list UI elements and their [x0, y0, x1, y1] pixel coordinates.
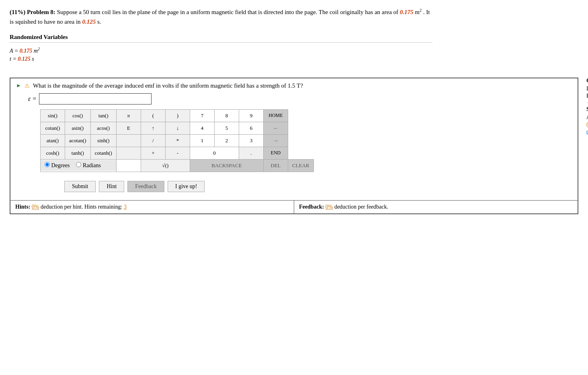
sinh-button[interactable]: sinh() — [91, 135, 116, 147]
hints-remaining: 3 — [124, 204, 127, 210]
submissions-title: Submissions — [586, 106, 588, 113]
potential-label: Potential — [586, 93, 588, 99]
cos-button[interactable]: cos() — [65, 110, 90, 122]
calc-row-4: cosh() tanh() cotanh() + - 0 . END — [41, 147, 314, 159]
variable-t: t = 0.125 s — [10, 56, 432, 62]
problem-description: Suppose a 50 turn coil lies in the plane… — [10, 9, 430, 25]
epsilon-row: ε = — [28, 93, 572, 105]
calc-table: sin() cos() tan() π ( ) 7 8 9 HOME — [40, 109, 314, 172]
feedback-text: deduction per feedback. — [334, 204, 388, 210]
radians-radio[interactable] — [76, 162, 81, 167]
var-t-unit: s — [32, 56, 34, 62]
grade-summary: Grade Summary Deductions 0% Potential 10… — [586, 78, 588, 135]
epsilon-label: ε = — [28, 95, 37, 102]
submissions-section: Submissions Attempts remaining: 8 (0% pe… — [586, 106, 588, 135]
deductions-label: Deductions — [586, 86, 588, 92]
action-buttons: Submit Hint Feedback I give up! — [64, 181, 572, 192]
radians-label[interactable]: Radians — [76, 162, 101, 169]
two-button[interactable]: 2 — [215, 135, 239, 147]
three-button[interactable]: 3 — [239, 135, 263, 147]
acotan-button[interactable]: acotan() — [65, 135, 90, 147]
acos-button[interactable]: acos() — [91, 122, 116, 134]
empty-2 — [117, 147, 141, 159]
per-attempt-text: (0% per attempt) — [586, 121, 588, 127]
zero-button[interactable]: 0 — [190, 147, 239, 159]
empty-1 — [117, 135, 141, 147]
left-arrow-button[interactable]: ← — [264, 122, 288, 134]
five-button[interactable]: 5 — [215, 122, 239, 134]
problem-header: (11%) Problem 8: Suppose a 50 turn coil … — [10, 7, 432, 27]
plus-button[interactable]: + — [141, 147, 165, 159]
up-arrow-button[interactable]: ↑ — [141, 122, 165, 134]
tan-button[interactable]: tan() — [91, 110, 116, 122]
hints-text: deduction per hint. Hints remaining: — [41, 204, 122, 210]
exp-button[interactable]: E — [117, 122, 141, 134]
degrees-radio[interactable] — [45, 162, 50, 167]
var-t-value: 0.125 — [18, 56, 31, 62]
per-attempt-line: (0% per attempt) — [586, 121, 588, 128]
asin-button[interactable]: asin() — [65, 122, 90, 134]
question-header: ► ⚠ What is the magnitude of the average… — [10, 78, 578, 93]
detailed-view-link[interactable]: detailed view — [586, 129, 588, 135]
nine-button[interactable]: 9 — [239, 110, 263, 122]
calc-row-2: cotan() asin() acos() E ↑ ↓ 4 5 6 ← — [41, 122, 314, 134]
hints-label: Hints: — [15, 204, 30, 210]
variable-A: A = 0.175 m2 — [10, 47, 432, 54]
calculator: sin() cos() tan() π ( ) 7 8 9 HOME — [40, 109, 572, 172]
warning-icon: ⚠ — [25, 82, 30, 89]
randomized-variables-section: Randomized Variables A = 0.175 m2 t = 0.… — [10, 34, 432, 62]
feedback-deduction: 0% — [326, 204, 333, 210]
home-button[interactable]: HOME — [264, 110, 288, 122]
end-button[interactable]: END — [264, 147, 288, 159]
atan-button[interactable]: atan() — [41, 135, 65, 147]
var-A-value: 0.175 — [20, 48, 33, 54]
right-arrow-button[interactable]: → — [264, 135, 288, 147]
give-up-button[interactable]: I give up! — [168, 181, 205, 192]
epsilon-input[interactable] — [39, 93, 152, 105]
var-t-label: t = — [10, 56, 16, 62]
minus-button[interactable]: - — [166, 147, 190, 159]
hint-button[interactable]: Hint — [99, 181, 124, 192]
degrees-label[interactable]: Degrees — [45, 162, 70, 169]
cosh-button[interactable]: cosh() — [41, 147, 65, 159]
feedback-column: Feedback: 0% deduction per feedback. — [294, 201, 578, 213]
one-button[interactable]: 1 — [190, 135, 214, 147]
tanh-button[interactable]: tanh() — [65, 147, 90, 159]
six-button[interactable]: 6 — [239, 122, 263, 134]
grade-summary-title: Grade Summary — [586, 78, 588, 84]
del-button[interactable]: DEL — [264, 160, 288, 172]
question-box: ► ⚠ What is the magnitude of the average… — [10, 78, 578, 214]
submit-button[interactable]: Submit — [64, 181, 96, 192]
cotanh-button[interactable]: cotanh() — [91, 147, 116, 159]
attempts-label: Attempts remaining: — [586, 114, 588, 120]
feedback-button[interactable]: Feedback — [127, 181, 164, 192]
four-button[interactable]: 4 — [190, 122, 214, 134]
angle-mode-row: Degrees Radians — [41, 160, 116, 171]
seven-button[interactable]: 7 — [190, 110, 214, 122]
backspace-button[interactable]: BACKSPACE — [190, 160, 263, 172]
problem-number: (11%) Problem 8: — [10, 9, 55, 15]
down-arrow-button[interactable]: ↓ — [166, 122, 190, 134]
close-paren-button[interactable]: ) — [166, 110, 190, 122]
sin-button[interactable]: sin() — [41, 110, 65, 122]
calc-row-3: atan() acotan() sinh() / * 1 2 3 → — [41, 134, 314, 147]
attempts-line: Attempts remaining: 8 — [586, 114, 588, 121]
feedback-label: Feedback: — [299, 204, 324, 210]
clear-button[interactable]: CLEAR — [288, 160, 313, 172]
divide-button[interactable]: / — [141, 135, 165, 147]
open-paren-button[interactable]: ( — [141, 110, 165, 122]
var-A-label: A = — [10, 48, 18, 54]
sqrt-button[interactable]: √() — [141, 160, 190, 172]
hints-column: Hints: 0% deduction per hint. Hints rema… — [10, 201, 294, 213]
calc-row-1: sin() cos() tan() π ( ) 7 8 9 HOME — [41, 109, 314, 122]
eight-button[interactable]: 8 — [215, 110, 239, 122]
dot-button[interactable]: . — [239, 147, 263, 159]
hints-feedback-row: Hints: 0% deduction per hint. Hints rema… — [10, 200, 578, 213]
play-icon: ► — [16, 82, 21, 89]
pi-button[interactable]: π — [117, 110, 141, 122]
randomized-variables-title: Randomized Variables — [10, 34, 432, 43]
cotan-button[interactable]: cotan() — [41, 122, 65, 134]
multiply-button[interactable]: * — [166, 135, 190, 147]
deductions-row: Deductions 0% — [586, 86, 588, 92]
question-text: What is the magnitude of the average ind… — [33, 82, 303, 89]
